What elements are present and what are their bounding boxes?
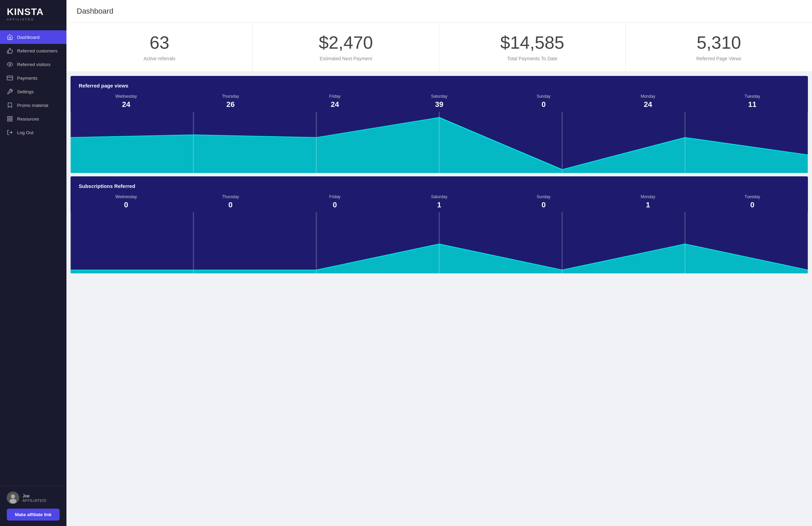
sidebar-label-logout: Log Out	[17, 130, 33, 135]
stat-card-page-views: 5,310 Referred Page Views	[626, 23, 812, 72]
day-name: Monday	[596, 194, 700, 199]
chart2-area	[71, 212, 808, 273]
day-name: Friday	[283, 94, 387, 99]
make-affiliate-link-button[interactable]: Make affiliate link	[7, 509, 60, 521]
chart-day-item: Thursday0	[178, 194, 282, 209]
chart1-area	[71, 112, 808, 173]
chart-day-item: Sunday0	[491, 194, 596, 209]
sidebar-item-promo-material[interactable]: Promo material	[0, 99, 67, 112]
sidebar-item-logout[interactable]: Log Out	[0, 126, 67, 139]
logo: KINSTA AFFILIATES	[0, 0, 67, 27]
sidebar-label-settings: Settings	[17, 89, 34, 94]
logout-icon	[7, 130, 13, 135]
sidebar-item-payments[interactable]: Payments	[0, 71, 67, 85]
sidebar-label-dashboard: Dashboard	[17, 35, 40, 40]
svg-rect-5	[11, 117, 12, 118]
day-name: Wednesday	[74, 194, 178, 199]
chart-day-item: Friday0	[283, 194, 387, 209]
home-icon	[7, 34, 13, 40]
day-name: Saturday	[387, 194, 491, 199]
chart-day-item: Saturday39	[387, 94, 491, 109]
sidebar-footer: Joe AFFILIATEID Make affiliate link	[0, 486, 67, 526]
chart-day-item: Thursday26	[178, 94, 282, 109]
chart1-days: Wednesday24Thursday26Friday24Saturday39S…	[71, 94, 808, 109]
sidebar-item-dashboard[interactable]: Dashboard	[0, 30, 67, 44]
stat-label-page-views: Referred Page Views	[634, 56, 804, 61]
user-info: Joe AFFILIATEID	[7, 492, 60, 504]
stat-value-page-views: 5,310	[634, 33, 804, 52]
svg-point-1	[9, 64, 11, 65]
svg-point-11	[10, 499, 16, 504]
stat-label-next-payment: Estimated Next Payment	[261, 56, 431, 61]
stat-card-active-referrals: 63 Active referrals	[67, 23, 253, 72]
stat-value-active-referrals: 63	[75, 33, 244, 52]
day-name: Sunday	[491, 194, 596, 199]
stat-value-total-payments: $14,585	[447, 33, 617, 52]
sidebar-nav: Dashboard Referred customers Referred vi…	[0, 27, 67, 486]
stat-label-total-payments: Total Payments To Date	[447, 56, 617, 61]
day-name: Monday	[596, 94, 700, 99]
day-name: Friday	[283, 194, 387, 199]
chart-day-item: Monday1	[596, 194, 700, 209]
stat-card-next-payment: $2,470 Estimated Next Payment	[253, 23, 439, 72]
referred-page-views-chart: Referred page views Wednesday24Thursday2…	[71, 76, 808, 173]
subscriptions-referred-chart: Subscriptions Referred Wednesday0Thursda…	[71, 176, 808, 273]
day-value: 0	[178, 200, 282, 209]
day-name: Tuesday	[700, 94, 804, 99]
chart2-days: Wednesday0Thursday0Friday0Saturday1Sunda…	[71, 194, 808, 209]
dashboard-content: 63 Active referrals $2,470 Estimated Nex…	[67, 23, 812, 284]
main-header: Dashboard	[67, 0, 812, 23]
day-value: 24	[283, 100, 387, 109]
svg-rect-4	[8, 117, 9, 118]
day-name: Tuesday	[700, 194, 804, 199]
sidebar-item-resources[interactable]: Resources	[0, 112, 67, 126]
day-value: 0	[700, 200, 804, 209]
chart2-title: Subscriptions Referred	[71, 183, 808, 194]
day-value: 11	[700, 100, 804, 109]
user-name: Joe	[23, 493, 46, 498]
avatar	[7, 492, 19, 504]
chart-day-item: Wednesday0	[74, 194, 178, 209]
sidebar-label-referred-visitors: Referred visitors	[17, 62, 50, 67]
sidebar-label-referred-customers: Referred customers	[17, 48, 58, 54]
day-value: 1	[596, 200, 700, 209]
chart-day-item: Saturday1	[387, 194, 491, 209]
sidebar: KINSTA AFFILIATES Dashboard Referred cus…	[0, 0, 67, 526]
svg-text:KINSTA: KINSTA	[7, 6, 44, 17]
day-value: 24	[74, 100, 178, 109]
day-name: Sunday	[491, 94, 596, 99]
sidebar-item-referred-customers[interactable]: Referred customers	[0, 44, 67, 58]
svg-rect-6	[8, 120, 9, 121]
svg-rect-7	[11, 120, 12, 121]
thumbsup-icon	[7, 48, 13, 54]
grid-icon	[7, 116, 13, 122]
stat-label-active-referrals: Active referrals	[75, 56, 244, 61]
svg-point-10	[11, 494, 15, 498]
main-content: Dashboard 63 Active referrals $2,470 Est…	[67, 0, 812, 526]
day-value: 0	[283, 200, 387, 209]
day-value: 1	[387, 200, 491, 209]
user-affiliate-id: AFFILIATEID	[23, 498, 46, 502]
day-name: Thursday	[178, 94, 282, 99]
page-title: Dashboard	[77, 7, 802, 16]
day-value: 26	[178, 100, 282, 109]
sidebar-item-settings[interactable]: Settings	[0, 85, 67, 99]
chart-day-item: Tuesday11	[700, 94, 804, 109]
day-value: 24	[596, 100, 700, 109]
chart-day-item: Tuesday0	[700, 194, 804, 209]
stat-value-next-payment: $2,470	[261, 33, 431, 52]
day-value: 0	[74, 200, 178, 209]
bookmark-icon	[7, 102, 13, 108]
chart-day-item: Monday24	[596, 94, 700, 109]
stat-card-total-payments: $14,585 Total Payments To Date	[439, 23, 626, 72]
user-details: Joe AFFILIATEID	[23, 493, 46, 502]
chart2-svg	[71, 212, 808, 273]
sidebar-item-referred-visitors[interactable]: Referred visitors	[0, 58, 67, 71]
wrench-icon	[7, 89, 13, 95]
sidebar-label-payments: Payments	[17, 76, 38, 81]
sidebar-label-promo-material: Promo material	[17, 103, 48, 108]
day-value: 0	[491, 200, 596, 209]
chart1-svg	[71, 112, 808, 173]
card-icon	[7, 75, 13, 81]
logo-brand: KINSTA	[7, 6, 44, 17]
